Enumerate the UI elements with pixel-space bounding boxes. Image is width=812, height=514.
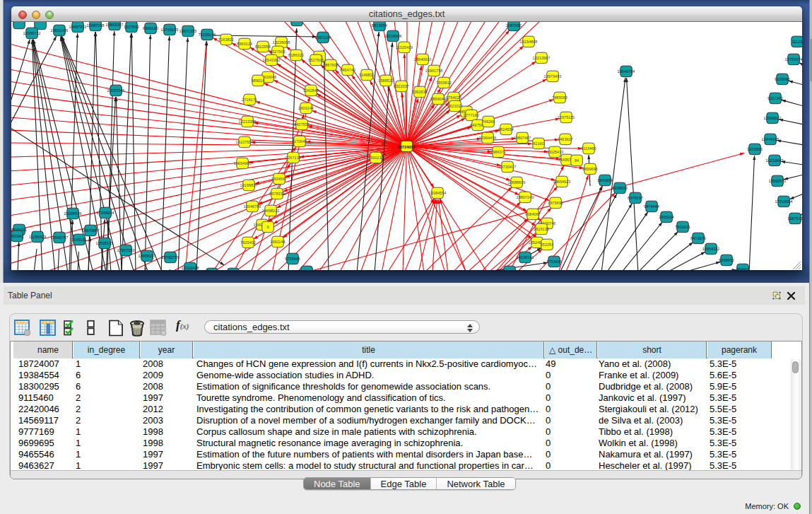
svg-text:19654985: 19654985 — [234, 161, 252, 165]
svg-text:12213389: 12213389 — [239, 119, 257, 124]
svg-text:12444195: 12444195 — [762, 137, 779, 141]
svg-text:19654923: 19654923 — [553, 180, 571, 184]
svg-text:15692971: 15692971 — [769, 179, 787, 183]
svg-text:6679197: 6679197 — [628, 196, 643, 200]
svg-text:18640910: 18640910 — [414, 57, 432, 62]
svg-text:7986372: 7986372 — [490, 150, 506, 154]
svg-text:62160: 62160 — [533, 141, 544, 146]
svg-text:9: 9 — [266, 225, 269, 229]
svg-text:8471676: 8471676 — [690, 236, 706, 240]
svg-text:10654112: 10654112 — [702, 247, 719, 251]
svg-text:19218506: 19218506 — [384, 34, 402, 38]
svg-text:8322037: 8322037 — [394, 84, 409, 88]
svg-text:12942757: 12942757 — [51, 235, 69, 240]
svg-text:9699695: 9699695 — [582, 167, 598, 171]
svg-text:16154808: 16154808 — [520, 40, 538, 44]
svg-text:19384554: 19384554 — [429, 191, 447, 195]
svg-text:30975887: 30975887 — [82, 228, 100, 233]
svg-text:1527602: 1527602 — [124, 25, 139, 29]
svg-text:13226058: 13226058 — [273, 40, 290, 45]
svg-text:3215955: 3215955 — [747, 147, 763, 151]
svg-text:3624554: 3624554 — [498, 127, 514, 132]
svg-text:746266: 746266 — [482, 119, 495, 124]
svg-text:1170046: 1170046 — [292, 139, 307, 144]
svg-text:2718176: 2718176 — [242, 98, 257, 102]
svg-text:1691144: 1691144 — [270, 240, 285, 244]
svg-text:16671355: 16671355 — [180, 29, 197, 33]
svg-text:8938923: 8938923 — [612, 186, 628, 190]
svg-text:8813054: 8813054 — [372, 23, 387, 28]
svg-text:16210643: 16210643 — [766, 158, 784, 163]
svg-text:17957253: 17957253 — [117, 248, 135, 252]
svg-text:16648784: 16648784 — [618, 69, 635, 74]
svg-text:8186323: 8186323 — [288, 53, 304, 57]
svg-text:1145191: 1145191 — [71, 238, 86, 242]
svg-text:1362635: 1362635 — [412, 90, 428, 94]
svg-text:984561: 984561 — [736, 267, 750, 270]
svg-text:1733426: 1733426 — [546, 259, 562, 264]
svg-text:18807249: 18807249 — [517, 195, 534, 199]
svg-text:1640954: 1640954 — [597, 178, 613, 182]
svg-text:1167533: 1167533 — [787, 216, 802, 221]
svg-text:391541: 391541 — [11, 234, 23, 238]
svg-text:1934567: 1934567 — [271, 177, 287, 181]
svg-text:18724007: 18724007 — [398, 145, 416, 149]
svg-text:11325419: 11325419 — [396, 45, 413, 49]
svg-text:9463627: 9463627 — [558, 137, 573, 141]
svg-text:2590215: 2590215 — [368, 156, 384, 160]
svg-text:7357224: 7357224 — [315, 35, 331, 40]
svg-text:16782759: 16782759 — [162, 255, 180, 259]
svg-text:10719155: 10719155 — [161, 28, 179, 32]
svg-text:6794028: 6794028 — [446, 95, 461, 100]
svg-text:2087682: 2087682 — [506, 23, 522, 28]
svg-text:8427552: 8427552 — [294, 122, 310, 127]
svg-text:9474444: 9474444 — [644, 204, 659, 209]
svg-text:6966160: 6966160 — [143, 26, 158, 30]
svg-text:9227342: 9227342 — [767, 96, 783, 100]
svg-text:9716485: 9716485 — [285, 257, 300, 261]
svg-text:9327505: 9327505 — [270, 49, 286, 54]
svg-text:1975692: 1975692 — [548, 201, 563, 205]
svg-text:1899044: 1899044 — [430, 97, 446, 101]
svg-text:19387198: 19387198 — [87, 23, 105, 28]
svg-text:10046788: 10046788 — [244, 204, 261, 209]
svg-text:15751074: 15751074 — [785, 57, 802, 62]
svg-text:19166827: 19166827 — [240, 183, 258, 187]
svg-text:8960124: 8960124 — [237, 42, 252, 46]
svg-text:15720417: 15720417 — [499, 165, 517, 169]
svg-text:7955812: 7955812 — [436, 81, 452, 85]
svg-text:11156829: 11156829 — [29, 235, 46, 239]
svg-text:84: 84 — [575, 158, 579, 163]
svg-text:252254: 252254 — [541, 243, 554, 247]
svg-text:2867608: 2867608 — [323, 63, 339, 67]
svg-text:16107554: 16107554 — [236, 140, 254, 144]
svg-text:10688609: 10688609 — [508, 180, 526, 185]
svg-text:12975115: 12975115 — [558, 115, 575, 119]
svg-text:20053346: 20053346 — [107, 88, 125, 93]
svg-text:20364436: 20364436 — [479, 136, 497, 140]
svg-text:11123: 11123 — [792, 40, 802, 44]
svg-text:10487313: 10487313 — [69, 25, 87, 29]
svg-text:12093822: 12093822 — [764, 116, 782, 120]
svg-text:12505135: 12505135 — [96, 241, 114, 245]
svg-text:7163822: 7163822 — [218, 37, 234, 42]
svg-text:2603144: 2603144 — [298, 106, 314, 110]
svg-text:12055712: 12055712 — [23, 31, 41, 35]
svg-text:9115460: 9115460 — [581, 146, 596, 151]
svg-text:16543382: 16543382 — [263, 58, 281, 62]
svg-text:989016: 989016 — [252, 78, 265, 83]
svg-text:10807487: 10807487 — [514, 136, 531, 140]
svg-text:17016504: 17016504 — [775, 199, 793, 204]
svg-text:3267130: 3267130 — [286, 156, 301, 160]
svg-text:1615132: 1615132 — [534, 227, 549, 231]
svg-text:7625402: 7625402 — [240, 240, 256, 245]
svg-text:14136141: 14136141 — [517, 255, 534, 259]
svg-text:9084067: 9084067 — [525, 212, 541, 216]
svg-text:8912954: 8912954 — [255, 45, 271, 49]
svg-text:9129966: 9129966 — [775, 77, 790, 81]
svg-text:17359934: 17359934 — [97, 211, 114, 215]
svg-text:16961758: 16961758 — [425, 69, 443, 73]
svg-text:10973493: 10973493 — [544, 74, 562, 78]
svg-text:9245652: 9245652 — [719, 258, 734, 262]
svg-text:10853267: 10853267 — [106, 23, 124, 27]
